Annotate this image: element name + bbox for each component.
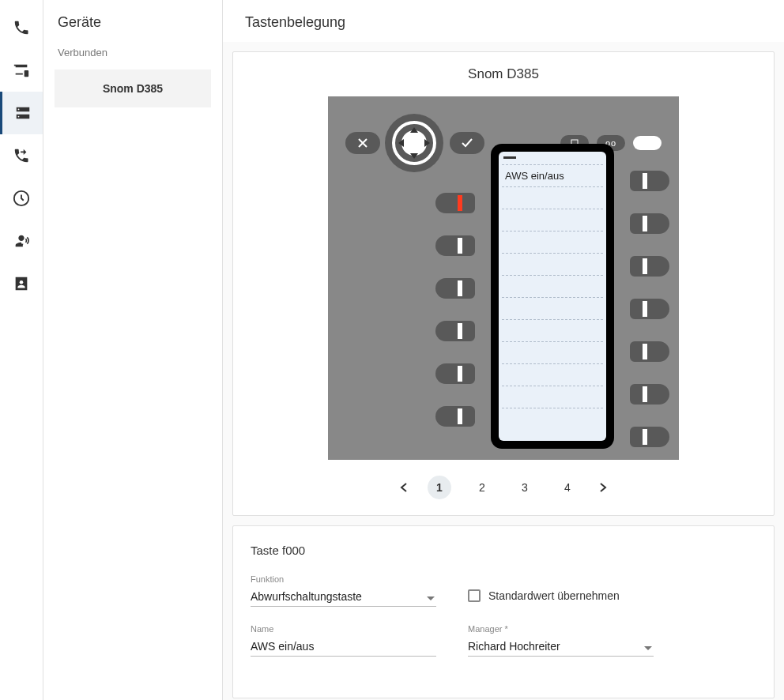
phone-illustration: oo AWS ein/aus xyxy=(328,96,679,460)
page-title: Tastenbelegung xyxy=(229,14,778,31)
chevron-left-icon xyxy=(400,483,408,492)
name-input[interactable]: Name AWS ein/aus xyxy=(251,624,436,657)
phone-accept-button[interactable] xyxy=(450,132,484,154)
icon-sidebar xyxy=(0,0,43,700)
side-key-left[interactable] xyxy=(435,278,475,299)
funktion-select[interactable]: Funktion Abwurfschaltungstaste xyxy=(251,574,436,607)
key-led-icon xyxy=(643,216,647,231)
key-led-icon xyxy=(458,238,462,254)
phone-model-label: Snom D385 xyxy=(233,66,774,82)
key-led-icon xyxy=(643,429,647,445)
screen-key-line[interactable] xyxy=(502,408,603,430)
page-number[interactable]: 4 xyxy=(556,476,579,499)
form-title: Taste f000 xyxy=(251,544,756,557)
page-number[interactable]: 2 xyxy=(470,476,494,499)
phone-dpad[interactable] xyxy=(385,114,443,172)
call-forward-icon xyxy=(13,147,30,164)
screen-key-line[interactable] xyxy=(502,319,603,341)
chevron-down-icon xyxy=(427,597,435,600)
side-key-right[interactable] xyxy=(630,341,669,362)
screen-key-line[interactable] xyxy=(502,231,603,253)
devices-panel: Geräte Verbunden Snom D385 xyxy=(43,0,223,700)
side-key-left[interactable] xyxy=(435,321,475,341)
phone-screen: AWS ein/aus xyxy=(491,144,614,449)
nav-call-forward[interactable] xyxy=(0,134,43,177)
nav-announcements[interactable] xyxy=(0,220,43,262)
devices-title: Geräte xyxy=(43,0,222,40)
standard-checkbox-label: Standardwert übernehmen xyxy=(488,589,620,602)
side-key-right[interactable] xyxy=(630,213,669,234)
chevron-down-icon xyxy=(644,646,652,650)
side-key-right[interactable] xyxy=(630,171,669,191)
clock-icon xyxy=(13,190,30,207)
screen-key-line[interactable] xyxy=(502,275,603,297)
nav-contacts[interactable] xyxy=(0,262,43,305)
key-led-icon xyxy=(458,280,462,296)
contact-icon xyxy=(13,275,30,292)
key-led-icon xyxy=(458,323,462,339)
side-key-right[interactable] xyxy=(630,299,669,319)
page-number[interactable]: 1 xyxy=(428,476,451,499)
phone-preview-card: Snom D385 xyxy=(232,51,775,516)
key-form-card: Taste f000 Funktion Abwurfschaltungstast… xyxy=(232,525,775,698)
key-led-icon xyxy=(643,301,647,317)
checkbox-icon xyxy=(468,589,481,602)
key-led-icon xyxy=(643,258,647,274)
side-key-left[interactable] xyxy=(435,363,475,384)
standard-checkbox[interactable]: Standardwert übernehmen xyxy=(468,589,620,607)
screen-key-line[interactable] xyxy=(502,341,603,363)
key-led-icon xyxy=(458,366,462,382)
key-led-icon xyxy=(643,344,647,359)
phone-indicator-led xyxy=(633,136,662,150)
devices-connected-label: Verbunden xyxy=(43,40,222,65)
side-key-right[interactable] xyxy=(630,384,669,405)
funktion-label: Funktion xyxy=(251,574,436,584)
device-entry-snom-d385[interactable]: Snom D385 xyxy=(55,70,211,107)
svg-point-1 xyxy=(17,116,19,118)
chevron-right-icon xyxy=(599,483,607,492)
funktion-value: Abwurfschaltungstaste xyxy=(251,587,436,607)
svg-point-2 xyxy=(20,280,24,284)
side-key-left[interactable] xyxy=(435,406,475,427)
side-key-left[interactable] xyxy=(435,193,475,213)
key-led-icon xyxy=(458,408,462,424)
key-led-icon xyxy=(643,386,647,402)
manager-select[interactable]: Manager * Richard Hochreiter xyxy=(468,624,654,657)
screen-key-line[interactable] xyxy=(502,386,603,408)
nav-phone[interactable] xyxy=(0,6,43,49)
side-key-right[interactable] xyxy=(630,427,669,447)
screen-key-line[interactable] xyxy=(502,209,603,231)
screen-key-line[interactable] xyxy=(502,297,603,319)
key-led-icon xyxy=(643,173,647,189)
screen-key-label: AWS ein/aus xyxy=(505,170,564,182)
side-key-left[interactable] xyxy=(435,235,475,256)
phone-icon xyxy=(13,19,30,36)
check-icon xyxy=(461,137,473,149)
side-key-right[interactable] xyxy=(630,256,669,277)
nav-schedule[interactable] xyxy=(0,177,43,220)
pagination: 1234 xyxy=(233,476,774,499)
main-content: Tastenbelegung Snom D385 xyxy=(223,0,784,700)
name-value: AWS ein/aus xyxy=(251,637,436,657)
name-label: Name xyxy=(251,624,436,634)
page-next[interactable] xyxy=(595,480,611,495)
page-number[interactable]: 3 xyxy=(513,476,537,499)
page-prev[interactable] xyxy=(396,480,412,495)
voice-announce-icon xyxy=(13,232,30,250)
phone-cancel-button[interactable] xyxy=(345,132,380,154)
screen-key-line[interactable] xyxy=(502,186,603,209)
key-led-icon xyxy=(458,195,462,211)
devices-icon xyxy=(13,62,30,79)
svg-point-0 xyxy=(17,109,19,111)
screen-key-line[interactable] xyxy=(502,363,603,386)
manager-label: Manager * xyxy=(468,624,654,634)
screen-key-line[interactable] xyxy=(502,253,603,275)
server-icon xyxy=(14,104,32,122)
manager-value: Richard Hochreiter xyxy=(468,637,654,657)
x-icon xyxy=(357,137,368,149)
nav-key-assignment[interactable] xyxy=(0,92,43,134)
screen-key-line[interactable]: AWS ein/aus xyxy=(502,164,603,186)
nav-devices[interactable] xyxy=(0,49,43,92)
